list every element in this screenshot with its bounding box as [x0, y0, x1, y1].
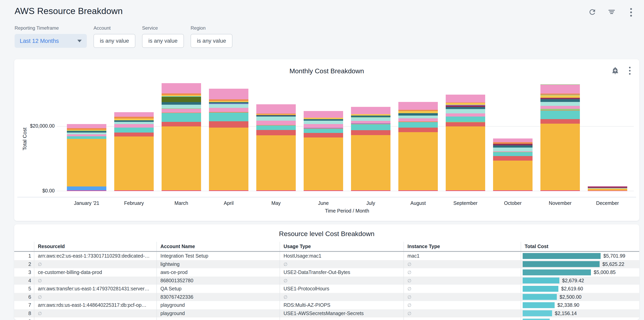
bar-october[interactable] [489, 138, 536, 191]
bar-segment-darkteal[interactable] [540, 99, 580, 102]
bar-segment-lightteal[interactable] [304, 121, 343, 124]
column-header-total-cost[interactable]: Total Cost [521, 242, 639, 251]
bar-segment-magenta[interactable] [256, 190, 296, 191]
bar-segment-lightteal[interactable] [67, 133, 106, 135]
bar-segment-pink[interactable] [67, 124, 106, 128]
bar-segment-maroon[interactable] [493, 144, 532, 145]
stacked-bar[interactable] [398, 102, 438, 191]
bar-segment-teal[interactable] [114, 128, 154, 133]
bar-segment-pink[interactable] [540, 106, 580, 109]
stacked-bar[interactable] [209, 89, 248, 191]
bar-segment-lightteal[interactable] [398, 116, 438, 118]
bar-segment-yellow[interactable] [256, 135, 296, 190]
stacked-bar[interactable] [256, 104, 296, 191]
stacked-bar[interactable] [351, 107, 390, 191]
bar-segment-teal[interactable] [351, 124, 390, 130]
bar-march[interactable] [158, 83, 205, 191]
bar-segment-magenta[interactable] [67, 190, 106, 191]
bar-segment-magenta[interactable] [351, 190, 390, 191]
bar-september[interactable] [442, 95, 489, 191]
bar-segment-yellow[interactable] [304, 137, 343, 190]
bar-segment-blue[interactable] [67, 186, 106, 190]
bar-segment-pink[interactable] [493, 138, 532, 142]
bar-segment-lightteal[interactable] [256, 117, 296, 121]
bar-segment-gold[interactable] [351, 114, 390, 116]
bar-segment-darkteal[interactable] [493, 145, 532, 148]
bar-segment-magenta[interactable] [446, 190, 485, 191]
bar-segment-magenta[interactable] [540, 190, 580, 191]
bar-segment-darkteal[interactable] [209, 102, 248, 104]
bar-segment-red[interactable] [493, 156, 532, 161]
bar-segment-orange[interactable] [493, 142, 532, 144]
bar-august[interactable] [394, 102, 442, 191]
bar-segment-gold[interactable] [540, 95, 580, 98]
stacked-bar[interactable] [588, 186, 627, 191]
bar-segment-red[interactable] [209, 121, 248, 127]
column-header-instance-type[interactable]: Instance Type [404, 242, 521, 251]
bar-segment-gold[interactable] [114, 119, 154, 120]
bar-segment-darkteal[interactable] [114, 120, 154, 122]
bar-segment-yellow[interactable] [398, 132, 438, 190]
bar-segment-pink[interactable] [351, 121, 390, 123]
region-filter-button[interactable]: is any value [190, 34, 232, 48]
refresh-button[interactable] [588, 8, 597, 17]
bar-segment-darkteal[interactable] [304, 119, 343, 121]
bar-segment-pink[interactable] [446, 95, 485, 103]
stacked-bar[interactable] [162, 83, 201, 191]
stacked-bar[interactable] [67, 124, 106, 191]
bar-segment-pink[interactable] [162, 83, 201, 93]
bar-may[interactable] [252, 104, 300, 191]
bar-segment-teal[interactable] [209, 113, 248, 122]
bar-segment-pink[interactable] [398, 118, 438, 122]
bar-segment-lightteal[interactable] [351, 118, 390, 121]
bar-segment-lightteal[interactable] [162, 105, 201, 108]
bar-segment-teal[interactable] [304, 129, 343, 133]
bar-june[interactable] [300, 111, 347, 191]
table-row[interactable]: 3ce-customer-billing-data-prodaws-ce-pro… [14, 268, 639, 276]
bar-segment-maroon[interactable] [588, 187, 627, 188]
bar-segment-magenta[interactable] [209, 190, 248, 191]
bar-segment-orange[interactable] [209, 99, 248, 101]
bar-segment-maroon[interactable] [446, 106, 485, 107]
bar-segment-pink[interactable] [446, 113, 485, 117]
service-filter-button[interactable]: is any value [142, 34, 184, 48]
bar-segment-olive[interactable] [162, 97, 201, 102]
bar-segment-pink[interactable] [256, 104, 296, 114]
bar-segment-red[interactable] [304, 133, 343, 137]
bar-segment-teal[interactable] [67, 136, 106, 139]
bar-segment-pink[interactable] [114, 112, 154, 117]
bar-segment-teal[interactable] [256, 125, 296, 130]
table-row[interactable]: 2∅lightwing∅∅$5,625.22 [14, 260, 639, 268]
bar-segment-pink[interactable] [351, 107, 390, 114]
bar-segment-lightteal[interactable] [114, 122, 154, 124]
bar-segment-pink[interactable] [304, 124, 343, 128]
bar-segment-pink[interactable] [114, 124, 154, 128]
bar-segment-yellow[interactable] [588, 189, 627, 191]
table-row[interactable]: 7arn:aws:rds:us-east-1:448640225317:db:p… [14, 301, 639, 309]
bar-segment-pink[interactable] [67, 134, 106, 136]
table-row[interactable]: 6∅830767422336∅∅$2,500.00 [14, 293, 639, 301]
bar-segment-pink[interactable] [256, 121, 296, 125]
bar-segment-darkteal[interactable] [351, 116, 390, 117]
stacked-bar[interactable] [304, 111, 343, 191]
bar-segment-magenta[interactable] [162, 190, 201, 191]
bar-segment-teal[interactable] [493, 152, 532, 156]
bar-segment-pink[interactable] [209, 89, 248, 99]
bar-segment-green[interactable] [540, 109, 580, 110]
bar-segment-red[interactable] [351, 130, 390, 135]
bar-segment-orange[interactable] [114, 117, 154, 119]
bar-segment-magenta[interactable] [304, 190, 343, 191]
bar-december[interactable] [584, 186, 631, 191]
stacked-bar[interactable] [114, 112, 154, 191]
bar-segment-darkteal[interactable] [67, 131, 106, 133]
bar-july[interactable] [347, 107, 394, 191]
bar-segment-red[interactable] [398, 128, 438, 132]
bar-segment-red[interactable] [162, 122, 201, 126]
bar-segment-teal[interactable] [446, 117, 485, 122]
bar-segment-gold[interactable] [398, 111, 438, 113]
bar-segment-yellow[interactable] [493, 161, 532, 191]
bar-segment-orange[interactable] [162, 93, 201, 95]
bar-segment-lightteal[interactable] [540, 102, 580, 106]
table-row[interactable]: 8∅playgroundUSE1-AWSSecretsManager-Secre… [14, 309, 639, 318]
table-row[interactable]: 4∅868001352780∅∅$2,679.42 [14, 276, 639, 285]
